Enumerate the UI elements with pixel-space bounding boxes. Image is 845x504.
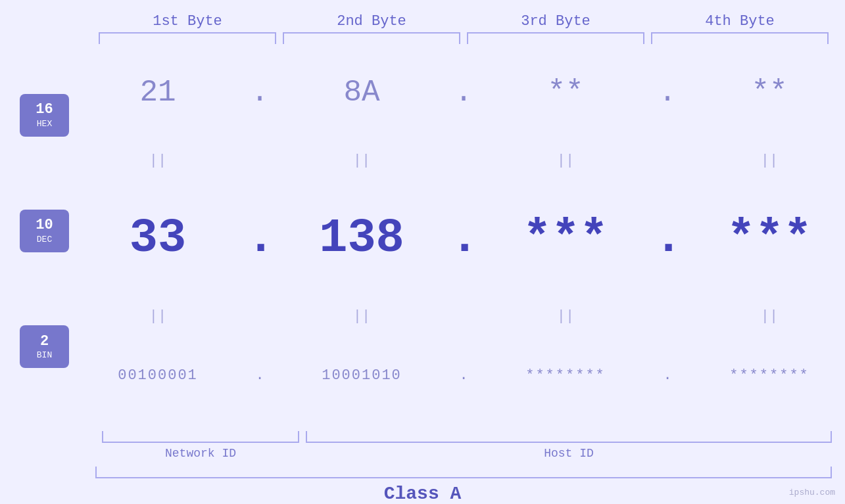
byte2-header: 2nd Byte [283,13,460,30]
bracket-byte4 [651,32,829,44]
bin-b2: 10001010 [273,367,450,384]
bin-b3: ******** [477,367,654,384]
byte3-header: 3rd Byte [467,13,644,30]
dec-b3: *** [477,212,654,265]
dec-b2: 138 [273,212,450,265]
hex-b1: 21 [69,76,247,110]
byte-headers: 1st Byte 2nd Byte 3rd Byte 4th Byte [0,13,845,30]
eq2-b1: || [69,308,247,325]
byte1-header: 1st Byte [99,13,276,30]
values-grid: 21 . 8A . ** . ** [69,51,845,431]
bottom-brackets [95,431,832,443]
bin-badge-label: BIN [37,350,52,361]
dec-b1: 33 [69,212,247,265]
dec-badge-num: 10 [36,217,53,234]
class-label: Class A [0,484,845,504]
eq2-b2: || [273,308,450,325]
hex-dot3: . [654,76,681,110]
hex-dot1: . [247,76,273,110]
badges-column: 16 HEX 10 DEC 2 BIN [0,51,69,431]
bin-badge: 2 BIN [20,325,69,368]
dec-b4: *** [681,212,845,265]
eq2-b4: || [681,308,845,325]
eq-row-1: || || || || [69,152,845,169]
eq-row-2: || || || || [69,308,845,325]
bottom-section: Network ID Host ID [0,431,845,460]
id-labels: Network ID Host ID [95,447,832,460]
hex-dot2: . [450,76,477,110]
eq2-b3: || [477,308,654,325]
bracket-host-id [306,431,832,443]
bin-dot3: . [654,367,681,384]
bin-b4: ******** [681,367,845,384]
hex-b4: ** [681,76,845,110]
eq1-b4: || [681,152,845,169]
bracket-byte2 [283,32,460,44]
bracket-byte1 [99,32,276,44]
top-bracket-row [0,32,845,44]
big-bottom-bracket [95,467,832,478]
bin-dot2: . [450,367,477,384]
bin-row: 00100001 . 10001010 . ******** . [69,367,845,384]
bin-b1: 00100001 [69,367,247,384]
eq1-b3: || [477,152,654,169]
dec-dot2: . [450,212,477,265]
dec-dot3: . [654,212,681,265]
hex-badge-num: 16 [36,101,53,118]
hex-row: 21 . 8A . ** . ** [69,76,845,110]
bin-badge-num: 2 [40,333,49,350]
dec-badge: 10 DEC [20,210,69,252]
hex-badge: 16 HEX [20,94,69,137]
eq1-b1: || [69,152,247,169]
dec-row: 33 . 138 . *** . *** [69,212,845,265]
host-id-label: Host ID [306,447,832,460]
network-id-label: Network ID [95,447,306,460]
byte4-header: 4th Byte [651,13,829,30]
hex-badge-label: HEX [37,119,52,129]
dec-badge-label: DEC [37,235,52,245]
dec-dot1: . [247,212,273,265]
main-container: 1st Byte 2nd Byte 3rd Byte 4th Byte 16 H… [0,0,845,504]
bracket-byte3 [467,32,644,44]
watermark: ipshu.com [789,488,835,497]
hex-b3: ** [477,76,654,110]
hex-b2: 8A [273,76,450,110]
bracket-network-id [102,431,299,443]
bin-dot1: . [247,367,273,384]
main-grid: 16 HEX 10 DEC 2 BIN 21 . [0,51,845,431]
eq1-b2: || [273,152,450,169]
